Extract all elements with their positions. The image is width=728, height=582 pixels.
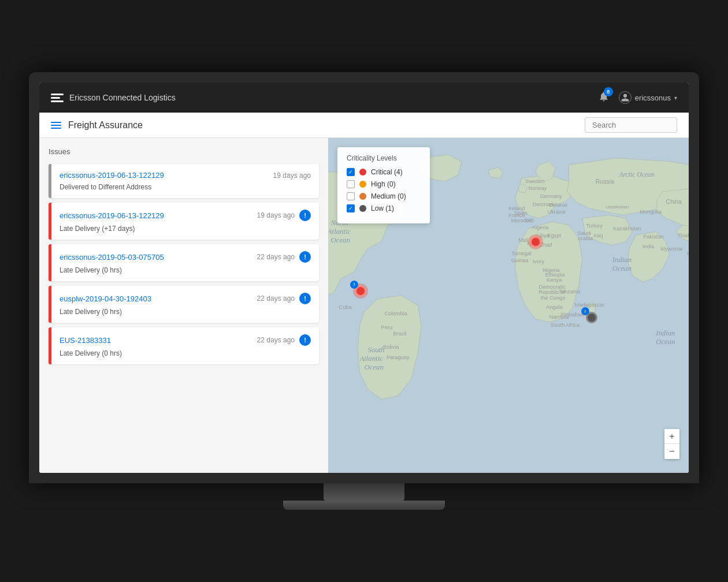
world-map[interactable]: North Atlantic Ocean Indian Ocean South …: [328, 138, 689, 473]
issue-content: eusplw-2019-04-30-192403 22 days ago ! L…: [51, 286, 319, 323]
search-input[interactable]: [585, 117, 677, 133]
zoom-out-button[interactable]: −: [664, 444, 679, 459]
menu-line-3: [51, 128, 61, 129]
critical-checkbox[interactable]: ✓: [347, 168, 355, 176]
issue-description: Late Delivery (0 hrs): [60, 349, 311, 357]
menu-line-2: [51, 125, 61, 126]
svg-text:Morocco: Morocco: [511, 218, 532, 223]
high-dot: [359, 181, 366, 188]
svg-text:India: India: [642, 244, 655, 249]
critical-label: Critical (4): [371, 168, 403, 176]
legend-high[interactable]: High (0): [347, 180, 421, 188]
main-content: Issues ericssonus-2019-06-13-122129 19 d…: [39, 138, 689, 473]
map-marker-critical-alert[interactable]: !: [355, 285, 366, 299]
legend-critical[interactable]: ✓ Critical (4): [347, 168, 421, 176]
issue-alert-badge[interactable]: !: [299, 210, 311, 221]
person-icon: [621, 93, 630, 102]
issue-link[interactable]: ericssonus-2019-05-03-075705: [60, 253, 164, 262]
issue-time: 19 days ago: [273, 171, 311, 180]
svg-text:Algeria: Algeria: [532, 225, 549, 230]
low-label: Low (1): [371, 204, 394, 212]
svg-text:Ocean: Ocean: [612, 264, 632, 273]
svg-text:Arabia: Arabia: [577, 236, 593, 241]
issue-card-5: EUS-21383331 22 days ago ! Late Delivery…: [49, 327, 319, 364]
issue-link[interactable]: ericssonus-2019-06-13-122129: [60, 171, 164, 180]
svg-text:Atlantic: Atlantic: [359, 355, 383, 363]
menu-line-1: [51, 122, 61, 123]
svg-text:Uzbekistan: Uzbekistan: [606, 204, 629, 210]
username: ericssonus: [635, 94, 671, 102]
legend-title: Criticality Levels: [347, 154, 421, 162]
issues-panel: Issues ericssonus-2019-06-13-122129 19 d…: [39, 138, 328, 473]
map-marker-low[interactable]: !: [586, 312, 597, 326]
svg-text:the Congo: the Congo: [541, 295, 566, 301]
issue-meta: 22 days ago !: [257, 293, 311, 304]
issue-link[interactable]: ericssonus-2019-06-13-122129: [60, 211, 164, 220]
issue-header: ericssonus-2019-06-13-122129 19 days ago: [60, 171, 311, 180]
notification-bell[interactable]: 8: [598, 91, 610, 105]
issue-content: EUS-21383331 22 days ago ! Late Delivery…: [51, 327, 319, 364]
issue-description: Delivered to Different Address: [60, 183, 311, 191]
svg-text:Ukraine: Ukraine: [547, 209, 566, 215]
svg-text:Egypt: Egypt: [547, 233, 561, 238]
svg-text:Denmark: Denmark: [533, 202, 555, 207]
monitor-base: [283, 501, 445, 510]
svg-text:Bolivia: Bolivia: [383, 344, 399, 350]
issue-meta: 19 days ago: [273, 171, 311, 180]
menu-toggle[interactable]: [51, 122, 61, 129]
marker-alert-icon: !: [350, 281, 358, 289]
issue-alert-badge[interactable]: !: [299, 293, 311, 304]
app-name: Ericsson Connected Logistics: [69, 93, 176, 102]
issue-alert-badge[interactable]: !: [299, 251, 311, 263]
svg-text:Ocean: Ocean: [331, 236, 350, 244]
svg-text:Ocean: Ocean: [365, 363, 384, 371]
svg-text:Ethiopia: Ethiopia: [545, 272, 565, 278]
svg-text:Tanzania: Tanzania: [559, 289, 581, 294]
svg-text:South: South: [367, 346, 384, 354]
issue-header: ericssonus-2019-06-13-122129 19 days ago…: [60, 210, 311, 221]
issue-card-1: ericssonus-2019-06-13-122129 19 days ago…: [49, 164, 319, 198]
legend-medium[interactable]: Medium (0): [347, 192, 421, 200]
high-checkbox[interactable]: [347, 180, 355, 188]
zoom-in-button[interactable]: +: [664, 429, 679, 444]
criticality-legend: Criticality Levels ✓ Critical (4) High (…: [337, 147, 430, 223]
svg-text:Arctic Ocean: Arctic Ocean: [618, 171, 654, 178]
medium-dot: [359, 193, 366, 200]
high-label: High (0): [371, 180, 396, 188]
svg-text:Kenya: Kenya: [547, 277, 562, 283]
issue-alert-badge[interactable]: !: [299, 334, 311, 346]
issue-meta: 19 days ago !: [257, 210, 311, 221]
chevron-down-icon: ▾: [674, 95, 677, 101]
user-menu[interactable]: ericssonus ▾: [619, 91, 677, 104]
medium-checkbox[interactable]: [347, 192, 355, 200]
svg-text:Thailand: Thailand: [677, 233, 689, 238]
issue-card-3: ericssonus-2019-05-03-075705 22 days ago…: [49, 244, 319, 281]
svg-text:Pakistan: Pakistan: [643, 234, 664, 240]
svg-text:Senegal: Senegal: [512, 251, 532, 256]
svg-text:Ireland: Ireland: [508, 206, 525, 211]
notification-count: 8: [604, 87, 613, 96]
logo-line-1: [51, 94, 64, 95]
issue-link[interactable]: eusplw-2019-04-30-192403: [60, 294, 151, 303]
sub-navigation: Freight Assurance: [39, 113, 689, 138]
logo-icon: [51, 94, 64, 102]
svg-text:Atlantic: Atlantic: [328, 227, 351, 236]
svg-text:Indian: Indian: [612, 256, 632, 264]
issue-card-4: eusplw-2019-04-30-192403 22 days ago ! L…: [49, 286, 319, 323]
issue-description: Late Delivery (0 hrs): [60, 308, 311, 316]
svg-text:China: China: [666, 199, 682, 205]
svg-text:Ivory: Ivory: [533, 259, 544, 264]
marker-wrapper: !: [355, 285, 366, 297]
issue-link[interactable]: EUS-21383331: [60, 336, 111, 345]
legend-low[interactable]: ✓ Low (1): [347, 204, 421, 212]
svg-text:Ocean: Ocean: [656, 338, 675, 346]
svg-text:Kazakhstan: Kazakhstan: [613, 226, 641, 232]
map-marker-critical-1[interactable]: [530, 236, 541, 248]
issue-time: 22 days ago: [257, 253, 295, 261]
user-avatar-icon: [619, 91, 632, 104]
map-zoom-controls: + −: [664, 429, 679, 459]
low-checkbox[interactable]: ✓: [347, 204, 355, 212]
svg-text:Germany: Germany: [540, 193, 562, 199]
svg-text:Peru: Peru: [381, 324, 393, 330]
app-logo: Ericsson Connected Logistics: [51, 93, 176, 102]
